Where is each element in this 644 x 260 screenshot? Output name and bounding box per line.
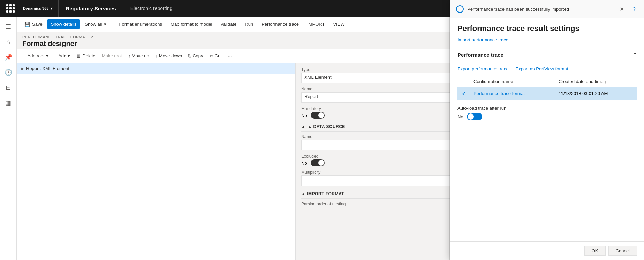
auto-load-section: Auto-load trace after run No [457,100,637,123]
add-button[interactable]: + Add ▾ [52,52,73,60]
mandatory-no-label: No [301,113,307,118]
cmd-separator-1 [113,20,113,29]
modal-close-button[interactable]: ✕ [617,4,627,14]
checkmark-icon: ✓ [462,90,466,96]
info-icon: i [456,5,464,13]
table-header-row: Configuration name Created date and time… [457,76,637,87]
view-button[interactable]: VIEW [329,19,348,29]
table-row[interactable]: ✓ Performance trace format 11/18/2018 03… [457,87,637,100]
modal-help-button[interactable]: ? [630,5,638,13]
tree-chevron-icon: ▶ [21,66,24,71]
filter-icon[interactable]: ⊟ [1,81,15,95]
delete-button[interactable]: 🗑 Delete [74,52,98,60]
electronic-reporting-label: Electronic reporting [123,0,180,17]
apps-button[interactable] [3,0,17,17]
import-performance-trace-link[interactable]: Import performance trace [450,36,644,48]
copy-icon: ⎘ [188,53,191,58]
sort-arrow-icon: ↓ [605,80,607,84]
perf-export-links: Export performance trace Export as PerfV… [457,66,637,71]
col-date-header[interactable]: Created date and time ↓ [555,76,637,87]
add-root-chevron: ▾ [46,53,48,58]
delete-icon: 🗑 [76,53,81,58]
modal-footer: OK Cancel [450,241,644,260]
ok-button[interactable]: OK [584,246,606,256]
show-all-button[interactable]: Show all ▾ [81,19,109,29]
move-up-button[interactable]: ↑ Move up [126,52,152,60]
copy-button[interactable]: ⎘ Copy [185,52,206,60]
home-icon[interactable]: ⌂ [1,35,15,49]
excluded-no-label: No [301,160,307,166]
make-root-button: Make root [99,52,125,60]
hamburger-icon[interactable]: ☰ [1,19,15,33]
modal-overlay: i Performance trace has been successfull… [449,0,644,260]
perf-section-title: Performance trace [457,52,503,58]
cut-icon: ✂ [210,53,213,58]
col-check-header [457,76,470,87]
config-name-link[interactable]: Performance trace format [473,91,525,96]
modal-title: Performance trace result settings [450,18,644,36]
tree-panel: ▶ Report: XML Element [17,63,296,260]
tree-item-label: Report: XML Element [26,66,69,71]
more-button[interactable]: ··· [225,52,235,60]
auto-load-label: Auto-load trace after run [457,105,637,111]
perf-section-header: Performance trace ⌃ [457,48,637,62]
apps-grid-icon [6,4,15,13]
modal-topbar-message: Performance trace has been successfully … [467,7,613,12]
add-chevron: ▾ [68,53,70,58]
recent-icon[interactable]: 🕐 [1,65,15,79]
table-icon[interactable]: ▦ [1,96,15,110]
auto-load-toggle[interactable] [467,113,482,120]
export-trace-link[interactable]: Export performance trace [457,66,509,71]
show-details-button[interactable]: Show details [47,19,80,29]
export-perfview-link[interactable]: Export as PerfView format [516,66,568,71]
format-enum-button[interactable]: Format enumerations [116,19,166,29]
import-button[interactable]: IMPORT [304,19,328,29]
dynamics-label: Dynamics 365 [23,6,48,10]
section-arrow-icon: ▲ [301,124,305,129]
col-config-header[interactable]: Configuration name [470,76,555,87]
reg-services-label: Regulatory Services [59,0,123,17]
validate-button[interactable]: Validate [217,19,240,29]
add-root-button[interactable]: + Add root ▾ [21,52,51,60]
row-date-cell: 11/18/2018 03:01:20 AM [555,87,637,100]
save-icon: 💾 [24,22,30,27]
auto-no-label: No [457,114,463,119]
move-down-button[interactable]: ↓ Move down [153,52,185,60]
collapse-section-button[interactable]: ⌃ [632,52,637,58]
modal-topbar: i Performance trace has been successfull… [450,0,644,18]
perf-table: Configuration name Created date and time… [457,76,637,100]
map-format-button[interactable]: Map format to model [167,19,215,29]
save-button[interactable]: 💾 Save [21,19,46,29]
left-sidebar: ☰ ⌂ 📌 🕐 ⊟ ▦ [0,17,17,260]
performance-trace-button[interactable]: Performance trace [258,19,302,29]
dynamics-dropdown-arrow: ▾ [51,6,53,11]
excluded-toggle[interactable] [311,159,325,166]
run-button[interactable]: Run [241,19,257,29]
auto-load-row: No [457,113,637,120]
show-all-chevron: ▾ [104,22,106,27]
modal-panel: i Performance trace has been successfull… [450,0,644,260]
cancel-button[interactable]: Cancel [608,246,637,256]
dynamics-dropdown[interactable]: Dynamics 365 ▾ [17,0,59,17]
mandatory-toggle[interactable] [311,112,325,119]
modal-body: Performance trace ⌃ Export performance t… [450,48,644,241]
row-check-cell: ✓ [457,87,470,100]
tree-item[interactable]: ▶ Report: XML Element [17,63,295,74]
row-config-cell: Performance trace format [470,87,555,100]
cut-button[interactable]: ✂ Cut [207,52,225,60]
pinned-icon[interactable]: 📌 [1,50,15,64]
